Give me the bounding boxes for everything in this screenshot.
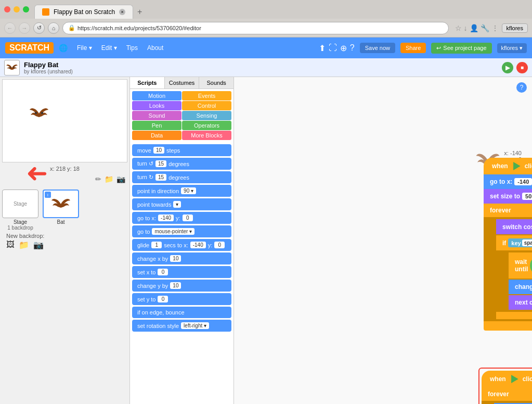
new-tab-button[interactable]: +	[133, 5, 146, 19]
camera-icon[interactable]: 📷	[116, 175, 125, 183]
tab-close-button[interactable]: ×	[119, 9, 125, 15]
block-goto-mouse[interactable]: go to mouse-pointer ▾	[132, 225, 231, 237]
profile-icon[interactable]: 👤	[470, 24, 478, 32]
address-bar[interactable]: 🔒 https://scratch.mit.edu/projects/53706…	[62, 22, 449, 34]
block-turn-cw[interactable]: turn ↻ 15 degrees	[132, 171, 231, 183]
zoom-icon[interactable]: ⊕	[340, 43, 347, 53]
upload-icon[interactable]: ⬆	[319, 43, 326, 53]
condition-not[interactable]: not key space ▾ pressed?	[530, 256, 532, 275]
cat-sensing[interactable]: Sensing	[182, 111, 231, 120]
close-button[interactable]	[4, 6, 10, 12]
bookmark-icon[interactable]: ☆	[455, 24, 462, 32]
block-goto-xy-1[interactable]: go to x: -140 y: 0	[484, 174, 532, 189]
block-value-ccw[interactable]: 15	[155, 160, 166, 167]
home-button[interactable]: ⌂	[48, 22, 59, 34]
cat-control[interactable]: Control	[182, 101, 231, 110]
language-icon[interactable]: 🌐	[59, 44, 68, 52]
new-backdrop-camera-icon[interactable]: 📷	[33, 240, 44, 250]
stop-button[interactable]: ■	[516, 62, 528, 73]
scratch-logo[interactable]: SCRATCH	[5, 42, 54, 54]
block-point-towards[interactable]: point towards ▾	[132, 198, 231, 210]
block-val-glide-secs[interactable]: 1	[151, 242, 162, 248]
block-change-x[interactable]: change x by 10	[132, 253, 231, 264]
paint-icon[interactable]: ✏	[95, 175, 101, 183]
block-wait-until[interactable]: wait until not key space ▾ pressed?	[509, 253, 532, 279]
block-dd-direction[interactable]: 90 ▾	[181, 187, 196, 194]
green-flag-button[interactable]: ▶	[502, 62, 513, 73]
see-project-button[interactable]: ↩ See project page	[431, 43, 491, 54]
block-forever-2[interactable]: forever	[482, 387, 532, 401]
hat-when-clicked-1[interactable]: when clicked	[484, 158, 532, 174]
tab-costumes[interactable]: Costumes	[165, 77, 200, 89]
new-backdrop-folder-icon[interactable]: 📁	[19, 240, 29, 250]
block-val-changex[interactable]: 10	[170, 255, 181, 262]
minimize-button[interactable]	[14, 6, 20, 12]
cat-data[interactable]: Data	[132, 131, 181, 140]
block-val-setx[interactable]: 0	[158, 269, 168, 275]
block-set-x[interactable]: set x to 0	[132, 266, 231, 278]
tab-sounds[interactable]: Sounds	[199, 77, 233, 89]
hat-when-clicked-2[interactable]: when clicked	[482, 371, 532, 387]
cat-pen[interactable]: Pen	[132, 121, 181, 130]
tab-scripts[interactable]: Scripts	[130, 77, 165, 89]
block-next-costume[interactable]: next costume	[509, 295, 532, 310]
block-forever-1[interactable]: forever	[484, 204, 532, 217]
block-glide[interactable]: glide 1 secs to x: -140 y: 0	[132, 239, 231, 251]
cat-motion[interactable]: Motion	[132, 91, 181, 100]
val-x-1[interactable]: -140	[514, 178, 532, 185]
save-now-button[interactable]: Save now	[360, 43, 395, 53]
block-val-sety[interactable]: 0	[158, 296, 168, 302]
user-profile-button[interactable]: kflores	[502, 23, 528, 33]
block-value-cw[interactable]: 15	[155, 174, 166, 181]
block-dd-rotation[interactable]: left-right ▾	[181, 322, 209, 329]
maximize-button[interactable]	[23, 6, 29, 12]
block-val-glide-x[interactable]: -140	[190, 242, 206, 248]
nav-tips[interactable]: Tips	[122, 42, 142, 54]
back-button[interactable]: ←	[4, 22, 16, 34]
nav-about[interactable]: About	[143, 42, 167, 54]
block-value-steps[interactable]: 10	[153, 147, 164, 154]
more-icon[interactable]: ⋮	[491, 24, 499, 32]
stage-item[interactable]: Stage Stage 1 backdrop	[2, 190, 38, 231]
block-change-y[interactable]: change y by 10	[132, 280, 231, 292]
cat-sound[interactable]: Sound	[132, 111, 181, 120]
new-backdrop-paint-icon[interactable]: 🖼	[6, 240, 15, 250]
fullscreen-icon[interactable]: ⛶	[329, 43, 337, 53]
help-button[interactable]: ?	[516, 82, 527, 93]
block-point-direction[interactable]: point in direction 90 ▾	[132, 185, 231, 197]
condition-key-space[interactable]: key space ▾ pressed?	[508, 238, 532, 247]
block-if-key-space[interactable]: if key space ▾ pressed? then	[496, 235, 532, 250]
refresh-button[interactable]: ↺	[33, 22, 45, 34]
dd-key[interactable]: space ▾	[522, 239, 532, 246]
block-rotation-style[interactable]: set rotation style left-right ▾	[132, 320, 231, 332]
cat-events[interactable]: Events	[182, 91, 231, 100]
download-icon[interactable]: ↓	[464, 24, 468, 32]
block-turn-ccw[interactable]: turn ↺ 15 degrees	[132, 158, 231, 170]
nav-edit[interactable]: Edit ▾	[97, 42, 121, 54]
block-goto-xy[interactable]: go to x: -140 y: 0	[132, 212, 231, 224]
browser-tab[interactable]: Flappy Bat on Scratch ×	[34, 5, 133, 19]
block-dd-goto[interactable]: mouse-pointer ▾	[152, 228, 194, 235]
import-icon[interactable]: 📁	[105, 175, 113, 183]
scratch-user-menu[interactable]: kflores ▾	[497, 43, 527, 53]
bat-sprite-item[interactable]: i Bat	[43, 190, 79, 231]
block-switch-costume[interactable]: switch costume to bat1-a ▾	[496, 219, 532, 234]
block-set-size[interactable]: set size to 50 %	[484, 189, 532, 204]
block-val-changey[interactable]: 10	[170, 282, 181, 289]
cat-more-blocks[interactable]: More Blocks	[182, 131, 231, 140]
block-change-y-25[interactable]: change y by 25	[509, 280, 532, 294]
cat-looks[interactable]: Looks	[132, 101, 181, 110]
block-val-glide-y[interactable]: 0	[214, 242, 225, 248]
block-set-y[interactable]: set y to 0	[132, 293, 231, 305]
extension-icon[interactable]: 🔧	[481, 24, 489, 32]
block-val-gotox[interactable]: -140	[158, 214, 174, 221]
cat-operators[interactable]: Operators	[182, 121, 231, 130]
help-icon[interactable]: ?	[350, 43, 355, 53]
share-button[interactable]: Share	[400, 43, 426, 53]
val-size[interactable]: 50	[522, 193, 532, 200]
block-val-gotoy[interactable]: 0	[183, 214, 193, 221]
block-dd-towards[interactable]: ▾	[173, 201, 181, 208]
forward-button[interactable]: →	[19, 22, 30, 34]
block-if-on-edge[interactable]: if on edge, bounce	[132, 307, 231, 318]
block-move-steps[interactable]: move 10 steps	[132, 144, 231, 156]
